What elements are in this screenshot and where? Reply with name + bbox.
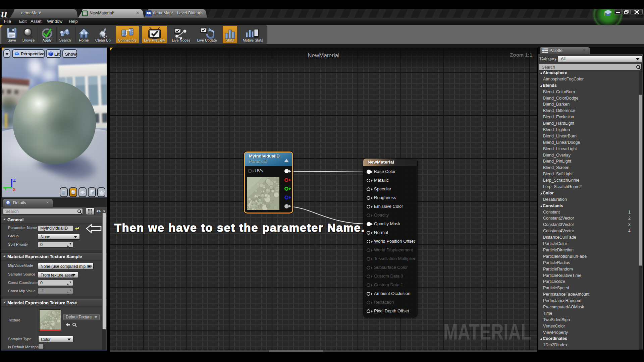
svg-text:Y: Y [4,186,7,191]
svg-text:Z: Z [13,178,16,183]
svg-text:X: X [13,187,16,191]
